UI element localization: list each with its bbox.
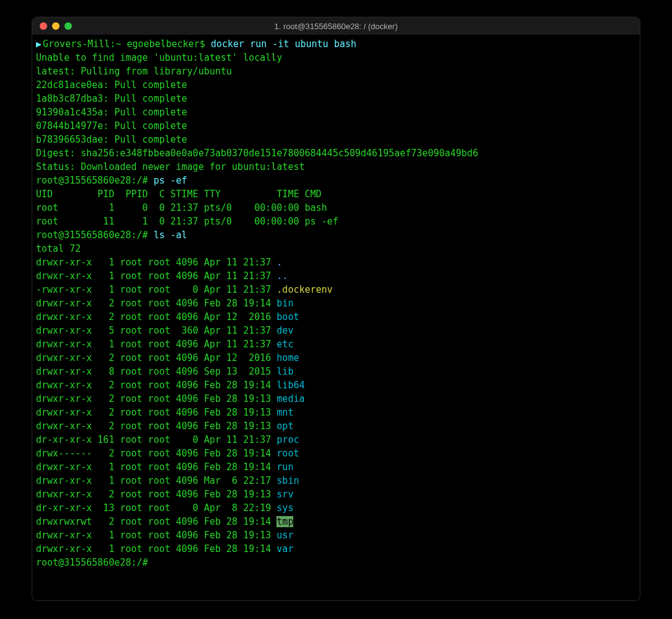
titlebar: 1. root@315565860e28: / (docker) bbox=[32, 17, 640, 35]
ls-row: drwxr-xr-x 2 root root 4096 Feb 28 19:14… bbox=[36, 296, 636, 310]
close-icon[interactable] bbox=[40, 22, 47, 30]
ls-row: drwxr-xr-x 5 root root 360 Apr 11 21:37 … bbox=[36, 324, 636, 337]
ls-meta: drwxr-xr-x 8 root root 4096 Sep 13 2015 bbox=[36, 366, 276, 377]
ls-total: total 72 bbox=[36, 242, 636, 256]
ls-filename: sys bbox=[276, 502, 293, 514]
ls-row: dr-xr-xr-x 13 root root 0 Apr 8 22:19 sy… bbox=[36, 501, 636, 515]
ls-meta: drwxr-xr-x 2 root root 4096 Feb 28 19:14 bbox=[36, 298, 276, 309]
output-line: Digest: sha256:e348fbbea0e0a0e73ab0370de… bbox=[36, 146, 636, 160]
ls-filename: var bbox=[276, 543, 293, 554]
prompt-line: root@315565860e28:/# ls -al bbox=[36, 228, 636, 242]
terminal-body[interactable]: ▶Grovers-Mill:~ egoebelbecker$ docker ru… bbox=[32, 35, 640, 573]
ls-meta: drwxr-xr-x 1 root root 4096 Feb 28 19:14 bbox=[36, 461, 276, 473]
ls-row: drwx------ 2 root root 4096 Feb 28 19:14… bbox=[36, 447, 636, 460]
output-line: 22dc81ace0ea: Pull complete bbox=[36, 78, 636, 92]
ls-meta: drwxr-xr-x 1 root root 4096 Apr 11 21:37 bbox=[36, 270, 276, 282]
ls-filename: root bbox=[276, 448, 299, 459]
ps-row: root 1 0 0 21:37 pts/0 00:00:00 bash bbox=[36, 201, 636, 215]
terminal-window: 1. root@315565860e28: / (docker) ▶Grover… bbox=[32, 17, 640, 600]
ls-meta: drwxr-xr-x 2 root root 4096 Feb 28 19:14 bbox=[36, 380, 276, 391]
ls-filename: etc bbox=[276, 339, 293, 350]
command-text: ls -al bbox=[154, 229, 187, 241]
ls-meta: drwxr-xr-x 2 root root 4096 Feb 28 19:13 bbox=[36, 489, 276, 500]
ls-meta: drwxrwxrwt 2 root root 4096 Feb 28 19:14 bbox=[36, 516, 276, 527]
output-line: 1a8b3c87dba3: Pull complete bbox=[36, 92, 636, 105]
ls-meta: drwxr-xr-x 2 root root 4096 Feb 28 19:13 bbox=[36, 393, 276, 404]
prompt-caret-icon: ▶ bbox=[36, 37, 42, 51]
ls-meta: drwxr-xr-x 1 root root 4096 Mar 6 22:17 bbox=[36, 475, 276, 486]
ls-filename: usr bbox=[276, 530, 293, 541]
ls-meta: drwxr-xr-x 2 root root 4096 Apr 12 2016 bbox=[36, 311, 276, 323]
ls-row: drwxr-xr-x 2 root root 4096 Apr 12 2016 … bbox=[36, 310, 636, 324]
ls-meta: dr-xr-xr-x 13 root root 0 Apr 8 22:19 bbox=[36, 502, 276, 514]
ls-meta: drwxr-xr-x 1 root root 4096 Apr 11 21:37 bbox=[36, 339, 276, 350]
ls-filename: dev bbox=[276, 325, 293, 336]
prompt-line: root@315565860e28:/# bbox=[36, 556, 636, 569]
ls-filename: boot bbox=[276, 311, 299, 323]
ls-filename: bin bbox=[276, 298, 293, 309]
ls-row: drwxrwxrwt 2 root root 4096 Feb 28 19:14… bbox=[36, 515, 636, 528]
output-line: Status: Downloaded newer image for ubunt… bbox=[36, 160, 636, 174]
ls-filename: lib bbox=[276, 366, 293, 377]
output-line: 91390a1c435a: Pull complete bbox=[36, 105, 636, 119]
ls-filename: .dockerenv bbox=[276, 284, 332, 295]
ls-filename: media bbox=[276, 393, 304, 404]
ls-row: drwxr-xr-x 2 root root 4096 Feb 28 19:13… bbox=[36, 488, 636, 501]
prompt-text: root@315565860e28:/# bbox=[36, 175, 154, 186]
ls-row: drwxr-xr-x 2 root root 4096 Feb 28 19:13… bbox=[36, 419, 636, 433]
output-line: b78396653dae: Pull complete bbox=[36, 133, 636, 146]
ls-filename: mnt bbox=[276, 407, 293, 418]
output-line: Unable to find image 'ubuntu:latest' loc… bbox=[36, 51, 636, 65]
ls-filename: proc bbox=[276, 434, 299, 445]
ls-filename: opt bbox=[276, 421, 293, 432]
prompt-text: root@315565860e28:/# bbox=[36, 229, 154, 241]
ls-meta: drwxr-xr-x 2 root root 4096 Feb 28 19:13 bbox=[36, 421, 276, 432]
ls-row: drwxr-xr-x 2 root root 4096 Apr 12 2016 … bbox=[36, 351, 636, 365]
ls-meta: drwxr-xr-x 2 root root 4096 Feb 28 19:13 bbox=[36, 407, 276, 418]
ls-row: drwxr-xr-x 1 root root 4096 Apr 11 21:37… bbox=[36, 256, 636, 269]
ls-meta: drwxr-xr-x 1 root root 4096 Apr 11 21:37 bbox=[36, 257, 276, 268]
prompt-user: egoebelbecker bbox=[127, 38, 200, 50]
ls-row: dr-xr-xr-x 161 root root 0 Apr 11 21:37 … bbox=[36, 433, 636, 447]
ls-row: drwxr-xr-x 1 root root 4096 Apr 11 21:37… bbox=[36, 337, 636, 351]
ls-meta: -rwxr-xr-x 1 root root 0 Apr 11 21:37 bbox=[36, 284, 276, 295]
ls-filename: .. bbox=[276, 270, 288, 282]
ls-row: drwxr-xr-x 1 root root 4096 Feb 28 19:13… bbox=[36, 528, 636, 542]
ls-row: drwxr-xr-x 2 root root 4096 Feb 28 19:14… bbox=[36, 378, 636, 392]
ls-filename: home bbox=[276, 352, 299, 363]
zoom-icon[interactable] bbox=[64, 22, 72, 30]
ls-filename: srv bbox=[276, 489, 293, 500]
ps-header: UID PID PPID C STIME TTY TIME CMD bbox=[36, 187, 636, 201]
ls-meta: drwx------ 2 root root 4096 Feb 28 19:14 bbox=[36, 448, 276, 459]
traffic-lights bbox=[32, 22, 72, 30]
ps-row: root 11 1 0 21:37 pts/0 00:00:00 ps -ef bbox=[36, 215, 636, 228]
window-title: 1. root@315565860e28: / (docker) bbox=[32, 22, 640, 31]
ls-filename: run bbox=[276, 461, 293, 473]
ls-row: drwxr-xr-x 1 root root 4096 Feb 28 19:14… bbox=[36, 460, 636, 474]
ls-meta: drwxr-xr-x 1 root root 4096 Feb 28 19:14 bbox=[36, 543, 276, 554]
output-line: 07844b14977e: Pull complete bbox=[36, 119, 636, 133]
prompt-line: root@315565860e28:/# ps -ef bbox=[36, 174, 636, 187]
ls-row: drwxr-xr-x 1 root root 4096 Feb 28 19:14… bbox=[36, 542, 636, 556]
ls-row: drwxr-xr-x 8 root root 4096 Sep 13 2015 … bbox=[36, 365, 636, 378]
ls-filename: . bbox=[276, 257, 282, 268]
ls-filename: tmp bbox=[276, 516, 293, 527]
ls-meta: drwxr-xr-x 5 root root 360 Apr 11 21:37 bbox=[36, 325, 276, 336]
ls-row: -rwxr-xr-x 1 root root 0 Apr 11 21:37 .d… bbox=[36, 283, 636, 296]
prompt-host: Grovers-Mill bbox=[43, 38, 110, 50]
ls-row: drwxr-xr-x 1 root root 4096 Mar 6 22:17 … bbox=[36, 474, 636, 488]
command-text: docker run -it ubuntu bash bbox=[211, 38, 356, 50]
command-text: ps -ef bbox=[154, 175, 187, 186]
minimize-icon[interactable] bbox=[52, 22, 60, 30]
output-line: latest: Pulling from library/ubuntu bbox=[36, 65, 636, 78]
ls-row: drwxr-xr-x 2 root root 4096 Feb 28 19:13… bbox=[36, 406, 636, 419]
ls-row: drwxr-xr-x 1 root root 4096 Apr 11 21:37… bbox=[36, 269, 636, 283]
ls-filename: sbin bbox=[276, 475, 299, 486]
ls-meta: drwxr-xr-x 1 root root 4096 Feb 28 19:13 bbox=[36, 530, 276, 541]
ls-meta: drwxr-xr-x 2 root root 4096 Apr 12 2016 bbox=[36, 352, 276, 363]
prompt-line: ▶Grovers-Mill:~ egoebelbecker$ docker ru… bbox=[36, 37, 636, 51]
ls-row: drwxr-xr-x 2 root root 4096 Feb 28 19:13… bbox=[36, 392, 636, 406]
ls-meta: dr-xr-xr-x 161 root root 0 Apr 11 21:37 bbox=[36, 434, 276, 445]
ls-filename: lib64 bbox=[276, 380, 304, 391]
